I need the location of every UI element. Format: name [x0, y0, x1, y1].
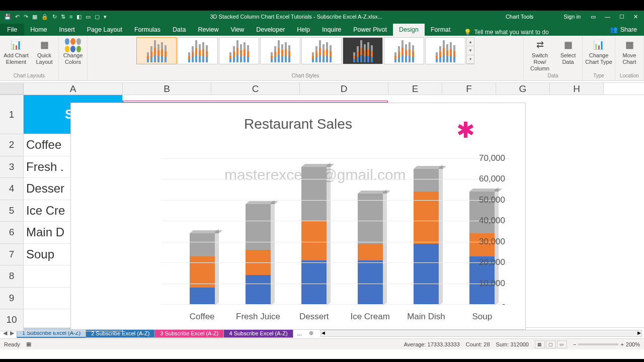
col-G[interactable]: G	[496, 83, 550, 95]
qat-icon[interactable]: ▦	[32, 14, 37, 20]
quick-layout-button[interactable]: ▦Quick Layout	[32, 37, 56, 65]
row-4[interactable]: 4	[0, 178, 24, 200]
select-all[interactable]	[0, 83, 24, 95]
title-bar: 💾 ↶ ↷ ▦ 🔒 ↻ ⇅ ≡ ◧ ▭ ▢ ▾ 3D Stacked Colum…	[0, 11, 644, 23]
gallery-scroll[interactable]: ▲▼▾	[466, 37, 474, 64]
tab-data[interactable]: Data	[167, 24, 192, 36]
col-B[interactable]: B	[123, 83, 211, 95]
move-chart-button[interactable]: ▦Move Chart	[617, 37, 641, 65]
tab-review[interactable]: Review	[192, 24, 224, 36]
qat-icon3[interactable]: ▭	[86, 14, 91, 20]
style-thumb-8[interactable]	[425, 37, 465, 64]
qat-icon4[interactable]: ▢	[95, 14, 100, 20]
tab-power-pivot[interactable]: Power Pivot	[347, 24, 393, 36]
col-D[interactable]: D	[300, 83, 388, 95]
row-1[interactable]: 1	[0, 95, 24, 134]
letterbox-bottom	[0, 359, 644, 362]
more-tabs[interactable]: ...	[293, 330, 306, 336]
tab-format[interactable]: Format	[425, 24, 457, 36]
plot-area[interactable]: CoffeeFresh JuiceDessertIce CreamMain Di…	[162, 158, 510, 304]
lock-icon[interactable]: 🔒	[41, 14, 48, 20]
row-7[interactable]: 7	[0, 244, 24, 266]
ribbon-options-icon[interactable]: ▭	[591, 14, 596, 20]
ytick: 30,000	[479, 237, 505, 247]
close-icon[interactable]: ✕	[633, 14, 638, 20]
col-H[interactable]: H	[550, 83, 604, 95]
style-thumb-6[interactable]	[343, 37, 383, 64]
col-E[interactable]: E	[388, 83, 442, 95]
col-F[interactable]: F	[442, 83, 496, 95]
ytick: 10,000	[479, 279, 505, 289]
tab-view[interactable]: View	[224, 24, 250, 36]
tell-me[interactable]: 💡Tell me what you want to do	[457, 29, 603, 36]
xlabel: Dessert	[284, 312, 344, 322]
bar-ice-cream[interactable]	[358, 194, 383, 304]
tab-formulas[interactable]: Formulas	[128, 24, 167, 36]
filter-icon[interactable]: ≡	[69, 14, 72, 20]
bar-coffee[interactable]	[190, 233, 215, 304]
sort-icon[interactable]: ⇅	[61, 14, 65, 20]
bulb-icon: 💡	[464, 29, 471, 36]
row-8[interactable]: 8	[0, 265, 24, 288]
letterbox-top	[0, 0, 644, 11]
add-sheet-icon[interactable]: ⊕	[306, 330, 316, 336]
row-10[interactable]: 10	[0, 309, 24, 331]
row-2[interactable]: 2	[0, 134, 24, 156]
col-A[interactable]: A	[24, 83, 123, 95]
tab-developer[interactable]: Developer	[250, 24, 291, 36]
grid-icon: ▦	[561, 38, 575, 52]
row-3[interactable]: 3	[0, 156, 24, 178]
row-5[interactable]: 5	[0, 200, 24, 222]
view-buttons[interactable]: ▦▢▭	[535, 340, 567, 348]
style-thumb-1[interactable]	[136, 37, 177, 64]
tab-insert[interactable]: Insert	[53, 24, 81, 36]
undo-icon[interactable]: ↶	[15, 14, 20, 20]
style-thumb-2[interactable]	[178, 37, 218, 64]
style-thumb-3[interactable]	[219, 37, 259, 64]
switch-row-column-button[interactable]: ⇄Switch Row/ Column	[526, 37, 554, 72]
colors-icon	[65, 38, 81, 52]
tab-inquire[interactable]: Inquire	[316, 24, 347, 36]
ribbon-tabs: File Home Insert Page Layout Formulas Da…	[0, 23, 644, 36]
sign-in[interactable]: Sign in	[553, 14, 591, 20]
change-colors-button[interactable]: Change Colors	[61, 37, 85, 65]
qat-icon2[interactable]: ◧	[76, 14, 82, 20]
chart-styles-gallery[interactable]: ▲▼▾	[136, 37, 474, 64]
col-C[interactable]: C	[211, 83, 300, 95]
layout-icon: ▦	[37, 38, 51, 52]
xlabel: Coffee	[172, 312, 232, 322]
bar-fresh-juice[interactable]	[246, 204, 271, 304]
sheet-tab-3[interactable]: 3 Subscribe Excel (A-Z)	[154, 329, 224, 338]
status-bar: Ready ▦ Average: 17333.33333 Count: 28 S…	[0, 338, 644, 349]
redo-icon[interactable]: ↷	[24, 14, 28, 20]
tab-design[interactable]: Design	[393, 24, 425, 36]
tab-home[interactable]: Home	[24, 24, 53, 36]
tab-file[interactable]: File	[0, 24, 24, 36]
sheet-tab-4[interactable]: 4 Subscribe Excel (A-Z)	[223, 329, 293, 338]
column-headers: ABCDEFGH	[0, 83, 644, 95]
bar-main-dish[interactable]	[414, 169, 439, 304]
group-type: Type	[593, 73, 604, 79]
style-thumb-4[interactable]	[260, 37, 300, 64]
row-6[interactable]: 6	[0, 222, 24, 244]
quick-access-toolbar[interactable]: 💾 ↶ ↷ ▦ 🔒 ↻ ⇅ ≡ ◧ ▭ ▢ ▾	[2, 14, 107, 20]
save-icon[interactable]: 💾	[4, 14, 11, 20]
zoom-control[interactable]: −+200%	[573, 341, 640, 347]
style-thumb-7[interactable]	[384, 37, 424, 64]
tab-help[interactable]: Help	[291, 24, 316, 36]
tab-page-layout[interactable]: Page Layout	[81, 24, 128, 36]
maximize-icon[interactable]: ☐	[619, 14, 624, 20]
refresh-icon[interactable]: ↻	[52, 14, 57, 20]
change-chart-type-button[interactable]: 📊Change Chart Type	[585, 37, 613, 65]
select-data-button[interactable]: ▦Select Data	[556, 37, 580, 65]
macro-icon[interactable]: ▦	[26, 341, 31, 347]
minimize-icon[interactable]: —	[605, 14, 610, 20]
chart-element-icon: 📊	[9, 38, 23, 52]
style-thumb-5[interactable]	[301, 37, 342, 64]
row-9[interactable]: 9	[0, 288, 24, 310]
share-button[interactable]: 👥Share	[603, 23, 644, 36]
group-chart-styles: Chart Styles	[292, 73, 319, 79]
chart-object[interactable]: Restaurant Sales ✱ masterexcelaz@gmail.c…	[70, 103, 526, 330]
add-chart-element-button[interactable]: 📊Add Chart Element	[2, 37, 30, 65]
horizontal-scrollbar[interactable]: ◀▶	[320, 330, 642, 337]
